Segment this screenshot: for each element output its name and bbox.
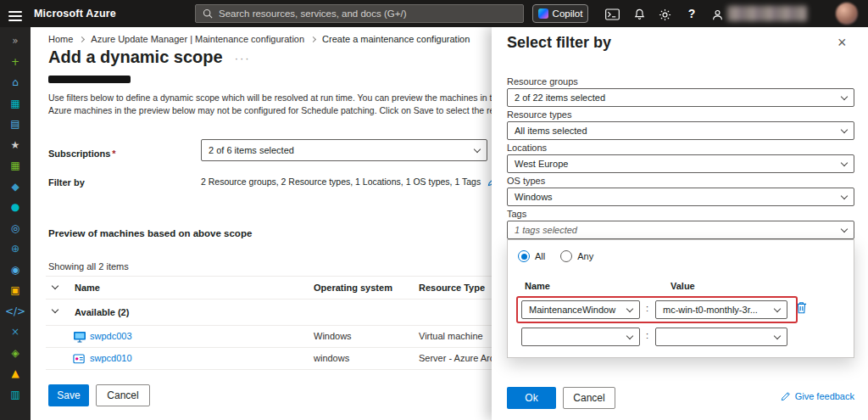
chevron-down-icon <box>626 305 633 311</box>
locations-value: West Europe <box>515 159 568 169</box>
column-resource-type[interactable]: Resource Type <box>419 283 485 293</box>
collapse-group-icon[interactable] <box>52 306 58 313</box>
search-icon <box>203 8 213 19</box>
filter-by-summary: 2 Resource groups, 2 Resource types, 1 L… <box>201 176 481 187</box>
avatar[interactable] <box>836 3 858 25</box>
resource-groups-dropdown[interactable]: 2 of 22 items selected <box>507 88 854 107</box>
save-button[interactable]: Save <box>48 384 89 406</box>
column-name[interactable]: Name <box>75 283 100 293</box>
breadcrumb-current: Create a maintenance configuration <box>322 34 470 44</box>
tag-name-dropdown-empty[interactable] <box>521 328 640 346</box>
panel-cancel-button[interactable]: Cancel <box>563 387 615 409</box>
copilot-button[interactable]: Copilot <box>532 4 588 23</box>
preview-heading: Preview of machines based on above scope <box>48 228 252 238</box>
subscriptions-value: 2 of 6 items selected <box>209 145 294 155</box>
tags-value: 1 tags selected <box>515 225 577 235</box>
resource-groups-label: Resource groups <box>507 76 578 87</box>
notifications-icon[interactable] <box>631 7 648 22</box>
chevron-down-icon <box>774 332 781 339</box>
brand[interactable]: Microsoft Azure <box>34 8 116 20</box>
tag-value-dropdown[interactable]: mc-win-t0-monthly-3r... <box>655 300 787 319</box>
copilot-label: Copilot <box>553 8 583 19</box>
cancel-button[interactable]: Cancel <box>96 384 150 406</box>
labs-icon[interactable]: ◈ <box>0 343 31 364</box>
security-icon[interactable]: ▣ <box>0 280 31 301</box>
tags-dropdown[interactable]: 1 tags selected <box>507 221 854 239</box>
network-icon[interactable]: ⊕ <box>0 238 31 260</box>
delete-tag-button[interactable] <box>796 301 807 317</box>
home-icon[interactable]: ⌂ <box>0 72 31 93</box>
advisor-icon[interactable]: ▲ <box>0 363 31 384</box>
radio-all[interactable]: All <box>518 250 545 262</box>
filter-by-label: Filter by <box>48 177 85 188</box>
machine-link[interactable]: swpcd010 <box>90 353 132 363</box>
storage-icon[interactable]: ◆ <box>0 176 31 198</box>
close-icon[interactable]: × <box>837 35 847 50</box>
menu-icon[interactable] <box>8 8 22 24</box>
chevron-down-icon <box>774 305 781 311</box>
azure-portal: Microsoft Azure Search resources, servic… <box>0 0 868 420</box>
redacted-text <box>48 76 131 83</box>
title-ellipsis[interactable]: ··· <box>235 52 251 64</box>
breadcrumb-separator-icon <box>79 36 85 42</box>
panel-title: Select filter by <box>507 34 611 52</box>
filter-by-summary-row: 2 Resource groups, 2 Resource types, 1 L… <box>201 176 498 187</box>
tag-value-value: mc-win-t0-monthly-3r... <box>663 305 758 315</box>
feedback-icon[interactable] <box>709 7 726 22</box>
favorites-icon[interactable]: ★ <box>0 135 31 156</box>
expand-all-icon[interactable] <box>52 283 58 289</box>
tag-name-header: Name <box>525 281 550 291</box>
tag-name-value: MaintenanceWindow <box>529 305 615 315</box>
help-icon[interactable]: ? <box>683 6 700 21</box>
subscriptions-dropdown[interactable]: 2 of 6 items selected <box>201 139 487 161</box>
tag-value-dropdown-empty[interactable] <box>655 328 787 346</box>
chevron-down-icon <box>474 145 481 152</box>
group-label: Available (2) <box>75 307 129 317</box>
resource-groups-value: 2 of 22 items selected <box>515 92 605 103</box>
breadcrumb-separator-icon <box>310 36 316 42</box>
close-tools-icon[interactable]: × <box>0 322 31 343</box>
locations-dropdown[interactable]: West Europe <box>507 154 854 173</box>
tag-name-dropdown[interactable]: MaintenanceWindow <box>521 300 640 319</box>
radio-any-label: Any <box>577 251 593 261</box>
breadcrumb-home[interactable]: Home <box>48 34 73 44</box>
arc-server-icon <box>73 353 86 365</box>
chevron-down-icon <box>626 332 633 339</box>
column-os[interactable]: Operating system <box>314 283 392 293</box>
topbar: Microsoft Azure Search resources, servic… <box>0 0 868 27</box>
cloud-shell-icon[interactable] <box>604 7 620 22</box>
machine-resource-type: Virtual machine <box>419 331 483 341</box>
resource-types-value: All items selected <box>515 126 587 136</box>
code-icon[interactable]: </> <box>0 301 31 322</box>
machine-resource-type: Server - Azure Arc <box>419 353 494 363</box>
radio-selected-icon <box>518 250 530 262</box>
trash-icon <box>796 301 807 314</box>
users-icon[interactable]: ◉ <box>0 260 31 281</box>
global-search-input[interactable]: Search resources, services, and docs (G+… <box>195 4 524 23</box>
all-services-icon[interactable]: ▤ <box>0 114 31 135</box>
monitor-icon[interactable]: ● <box>0 197 31 218</box>
ok-button[interactable]: Ok <box>507 387 556 409</box>
machine-link[interactable]: swpdc003 <box>90 331 132 341</box>
resource-groups-icon[interactable]: ▦ <box>0 155 31 176</box>
colon-separator: : <box>646 303 648 313</box>
chevron-down-icon <box>841 192 848 199</box>
settings-icon[interactable] <box>656 7 673 22</box>
os-types-dropdown[interactable]: Windows <box>507 188 854 206</box>
give-feedback-label: Give feedback <box>795 391 854 401</box>
colon-separator: : <box>646 330 648 340</box>
availability-icon[interactable]: ◎ <box>0 218 31 239</box>
screen-icon[interactable]: ▥ <box>0 384 31 406</box>
create-resource-icon[interactable]: + <box>0 52 31 73</box>
sidebar: »+⌂▦▤★▦◆●◎⊕◉▣</>×◈▲▥ <box>0 27 31 420</box>
give-feedback-link[interactable]: Give feedback <box>781 391 854 401</box>
chevron-down-icon <box>841 225 848 232</box>
resource-types-dropdown[interactable]: All items selected <box>507 121 854 140</box>
dashboard-icon[interactable]: ▦ <box>0 93 31 115</box>
radio-any[interactable]: Any <box>560 250 593 262</box>
collapse-icon[interactable]: » <box>0 31 31 52</box>
breadcrumb-update-manager[interactable]: Azure Update Manager | Maintenance confi… <box>91 34 304 44</box>
copilot-icon <box>538 8 548 19</box>
scope-description: Use filters below to define a dynamic sc… <box>48 92 537 117</box>
required-asterisk: * <box>112 148 115 159</box>
